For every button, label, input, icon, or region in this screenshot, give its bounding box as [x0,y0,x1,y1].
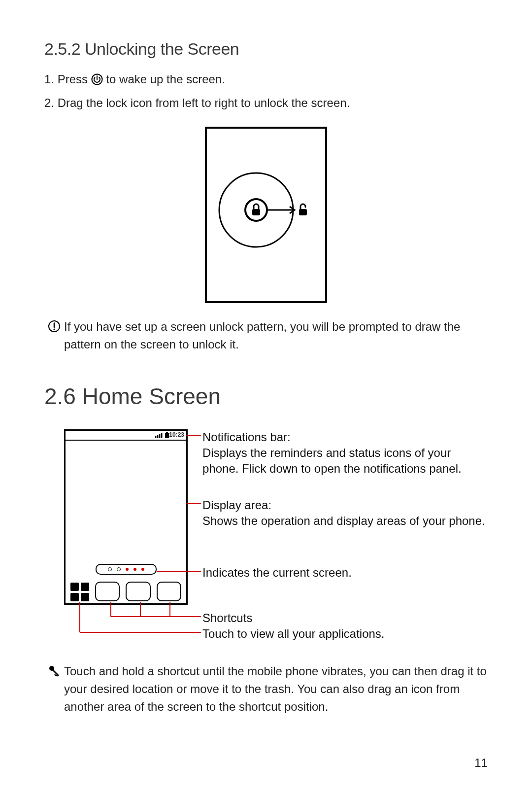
step-1: 1. Press to wake up the screen. [44,70,488,90]
label-shortcuts: Shortcuts [202,610,252,626]
tip-icon [44,662,64,678]
signal-icon [155,433,163,438]
svg-rect-10 [157,435,159,438]
label-notifications: Notifications bar: Displays the reminder… [202,429,488,477]
svg-rect-14 [166,432,168,433]
note-unlock-pattern: If you have set up a screen unlock patte… [44,318,488,353]
svg-point-8 [53,328,55,330]
info-icon [44,318,64,333]
manual-page: 2.5.2 Unlocking the Screen 1. Press to w… [0,0,532,797]
svg-rect-5 [299,209,307,215]
heading-26: 2.6 Home Screen [44,383,488,410]
page-number: 11 [474,756,488,770]
figure-home-screen: 10:23 [64,429,488,639]
svg-rect-13 [165,433,169,438]
dock-shortcut-3 [157,582,181,601]
label-apps: Touch to view all your applications. [202,626,385,642]
lock-closed-icon [252,204,260,215]
tip-text: Touch and hold a shortcut until the mobi… [64,662,488,716]
tip-shortcut-drag: Touch and hold a shortcut until the mobi… [44,662,488,716]
page-indicator [96,564,157,575]
battery-icon [165,432,169,438]
dock-shortcut-2 [126,582,150,601]
apps-grid-icon [70,583,89,601]
svg-rect-9 [155,436,157,438]
svg-rect-12 [161,433,163,438]
dock [70,580,181,601]
note-text: If you have set up a screen unlock patte… [64,318,488,353]
svg-rect-3 [252,209,260,215]
heading-252: 2.5.2 Unlocking the Screen [44,39,488,59]
callout-labels: Notifications bar: Displays the reminder… [188,429,488,639]
step1-suffix: to wake up the screen. [106,72,225,86]
power-icon [91,72,103,90]
label-page-indicator: Indicates the current screen. [202,565,352,581]
status-bar: 10:23 [66,431,186,441]
svg-rect-11 [159,434,161,438]
lock-open-icon [299,204,307,215]
figure-unlock-phone [205,127,327,303]
dock-shortcut-1 [95,582,120,601]
status-time: 10:23 [169,431,184,438]
label-display-area: Display area: Shows the operation and di… [202,497,485,529]
step-2: 2. Drag the lock icon from left to right… [44,94,488,112]
phone-outline: 10:23 [64,429,188,605]
step1-prefix: 1. Press [44,72,91,86]
